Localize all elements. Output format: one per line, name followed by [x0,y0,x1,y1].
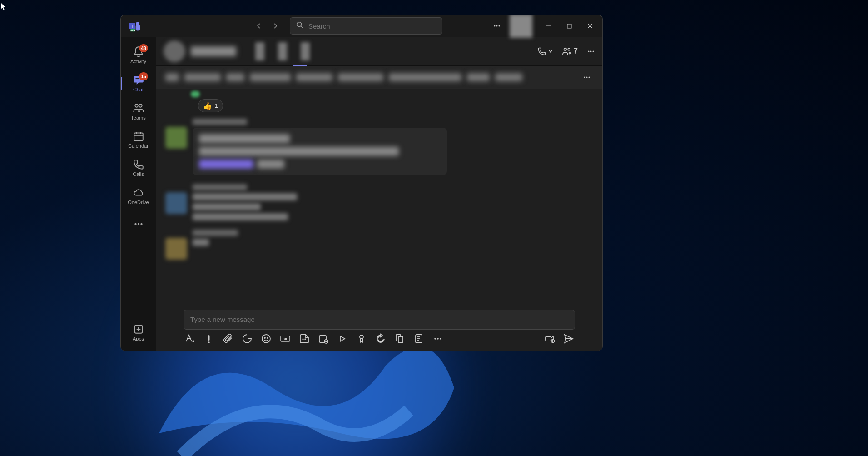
chat-tab-3[interactable] [301,42,310,60]
sender-avatar[interactable] [165,238,187,260]
chat-badge: 15 [139,72,148,80]
rail-chat[interactable]: 15 Chat [122,70,155,97]
polls-button[interactable] [413,333,424,344]
search-input[interactable] [308,22,436,30]
svg-point-21 [134,223,136,225]
chat-message-list[interactable]: 👍 1 [156,89,602,306]
search-icon [296,21,304,31]
chat-header: 7 [156,37,602,66]
compose-area: GIF [156,306,602,351]
pinned-redacted [250,73,291,81]
svg-point-5 [297,22,302,27]
svg-point-40 [262,335,270,343]
nav-back-button[interactable] [252,19,266,33]
call-button[interactable] [537,47,553,56]
rail-onedrive[interactable]: OneDrive [122,182,155,210]
pinned-message-bar[interactable] [156,66,602,89]
more-horizontal-icon [133,218,144,230]
svg-point-46 [305,339,306,340]
chat-tab-1[interactable] [255,42,264,60]
reactor-avatar [191,91,200,97]
chat-title [191,46,236,56]
svg-point-8 [499,25,500,27]
pinned-more-button[interactable] [580,71,593,84]
loop-button[interactable] [242,333,253,344]
teams-window: TNEW [120,15,603,351]
pinned-redacted [184,73,221,81]
left-nav-rail: 48 Activity 15 Chat Teams [121,37,156,351]
svg-rect-10 [567,24,571,28]
svg-point-51 [360,335,363,339]
rail-calls-label: Calls [133,171,144,177]
more-apps-button[interactable] [432,333,443,344]
header-more-button[interactable] [587,47,595,55]
svg-point-15 [135,104,138,107]
chat-tab-2[interactable] [278,42,287,60]
svg-point-22 [137,223,139,225]
message-group [165,230,593,260]
svg-rect-13 [135,78,139,79]
updates-button[interactable] [375,333,386,344]
svg-point-35 [584,77,585,78]
rail-activity-label: Activity [130,59,146,64]
sender-avatar[interactable] [165,127,187,149]
svg-point-34 [593,50,594,52]
search-box[interactable] [290,17,442,35]
redacted-link [199,160,253,169]
stream-button[interactable] [337,333,348,344]
rail-teams[interactable]: Teams [122,98,155,125]
titlebar: TNEW [121,15,602,37]
message-group [165,119,593,175]
message-bubble[interactable] [193,128,447,175]
chat-header-avatar[interactable] [164,40,185,62]
participants-button[interactable]: 7 [562,46,578,56]
emoji-button[interactable] [261,333,272,344]
maximize-button[interactable] [559,15,580,36]
schedule-meeting-button[interactable] [318,333,329,344]
activity-badge: 48 [139,44,148,52]
message-meta-redacted [193,184,247,190]
minimize-button[interactable] [538,15,559,36]
svg-point-60 [440,338,441,340]
message-input[interactable] [190,316,568,323]
priority-button[interactable] [203,333,214,344]
svg-point-16 [139,104,142,107]
sender-avatar[interactable] [165,192,187,214]
approvals-button[interactable] [394,333,405,344]
svg-point-37 [589,77,590,78]
send-button[interactable] [563,333,574,344]
nav-forward-button[interactable] [268,19,283,33]
people-icon [133,102,144,114]
rail-calls[interactable]: Calls [122,154,155,181]
svg-point-45 [303,339,303,340]
redacted-text [257,160,284,169]
gif-button[interactable]: GIF [280,333,291,344]
rail-onedrive-label: OneDrive [128,200,149,205]
praise-button[interactable] [356,333,367,344]
svg-point-36 [586,77,588,78]
rail-more[interactable] [122,210,155,238]
rail-calendar[interactable]: Calendar [122,126,155,153]
attach-button[interactable] [223,333,233,344]
user-avatar[interactable] [510,15,532,38]
reaction-chip[interactable]: 👍 1 [198,99,223,112]
close-button[interactable] [580,15,600,36]
redacted-text [193,213,288,220]
chat-main-area: 7 [156,37,602,351]
rail-activity[interactable]: 48 Activity [122,41,155,69]
svg-text:GIF: GIF [283,337,288,341]
settings-more-button[interactable] [490,19,504,33]
sticker-button[interactable] [299,333,310,344]
rail-apps[interactable]: Apps [122,319,155,346]
compose-box[interactable] [184,310,575,330]
svg-point-41 [264,337,265,338]
svg-point-59 [437,338,439,340]
video-clip-button[interactable] [544,333,555,344]
rail-calendar-label: Calendar [128,143,149,149]
svg-point-6 [494,25,496,27]
svg-rect-53 [398,336,403,343]
redacted-text [193,193,297,200]
format-button[interactable] [184,333,195,344]
pinned-redacted [495,73,522,81]
redacted-text [193,239,209,246]
